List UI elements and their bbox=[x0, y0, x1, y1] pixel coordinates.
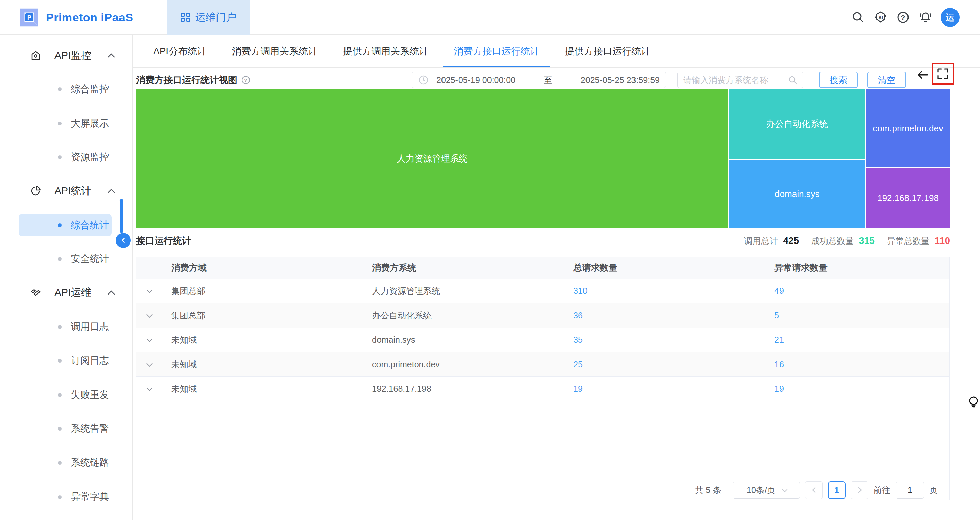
filter-toolbar: 消费方接口运行统计视图 ? 2025-05-19 00:00:00 至 2025… bbox=[133, 68, 980, 92]
user-avatar[interactable]: 运 bbox=[940, 8, 959, 27]
treemap-block-label: 办公自动化系统 bbox=[766, 118, 828, 130]
row-expand-button[interactable] bbox=[137, 279, 163, 303]
ai-assistant-icon[interactable]: AI bbox=[873, 10, 888, 25]
current-page-button[interactable]: 1 bbox=[828, 481, 846, 499]
lightbulb-icon[interactable] bbox=[968, 396, 979, 411]
sidebar-item-exception-dictionary[interactable]: 异常字典 bbox=[19, 486, 111, 508]
cell-consumer-domain: 未知域 bbox=[163, 328, 364, 352]
tab-consumer-api-run-stats[interactable]: 消费方接口运行统计 bbox=[453, 35, 540, 67]
summary-stats: 调用总计 425 成功总数量 315 异常总数量 110 bbox=[744, 235, 950, 247]
svg-text:?: ? bbox=[901, 14, 905, 21]
row-expand-button[interactable] bbox=[137, 303, 163, 328]
stat-success-count: 成功总数量 315 bbox=[811, 235, 875, 247]
sidebar-item-label: 系统告警 bbox=[71, 422, 109, 435]
search-icon[interactable] bbox=[851, 10, 865, 25]
treemap-block-hr-system[interactable]: 人力资源管理系统 bbox=[136, 89, 729, 228]
search-input[interactable] bbox=[683, 75, 788, 85]
sidebar-section-api-statistics[interactable]: API统计 bbox=[0, 179, 133, 202]
sidebar-item-invocation-logs[interactable]: 调用日志 bbox=[19, 315, 111, 338]
cell-error-requests-link[interactable]: 49 bbox=[775, 286, 784, 296]
chevron-left-icon bbox=[812, 487, 818, 493]
cell-error-requests-link[interactable]: 19 bbox=[775, 384, 784, 394]
sidebar-section-api-monitoring[interactable]: API监控 bbox=[0, 44, 133, 67]
tab-provider-call-relation[interactable]: 提供方调用关系统计 bbox=[342, 35, 429, 67]
cell-total-requests-link[interactable]: 35 bbox=[573, 335, 583, 345]
cell-total-requests-link[interactable]: 19 bbox=[573, 384, 583, 394]
chevron-down-icon bbox=[146, 385, 153, 391]
view-title-text: 消费方接口运行统计视图 bbox=[136, 74, 237, 86]
bullet-icon bbox=[58, 87, 62, 91]
bullet-icon bbox=[58, 393, 62, 397]
cell-consumer-domain: 集团总部 bbox=[163, 303, 364, 328]
app-header: P Primeton iPaaS 运维门户 AI ? bbox=[0, 0, 980, 35]
cell-error-requests-link[interactable]: 5 bbox=[775, 311, 779, 320]
table-row: 集团总部 人力资源管理系统 310 49 bbox=[137, 279, 949, 303]
notification-bell-icon[interactable] bbox=[918, 10, 933, 25]
sidebar-item-resource-monitoring[interactable]: 资源监控 bbox=[19, 146, 111, 168]
sidebar-item-failure-resend[interactable]: 失败重发 bbox=[19, 384, 111, 406]
help-icon[interactable]: ? bbox=[896, 10, 910, 25]
chevron-down-icon bbox=[146, 336, 153, 342]
date-end-value: 2025-05-25 23:59:59 bbox=[581, 75, 660, 85]
date-range-picker[interactable]: 2025-05-19 00:00:00 至 2025-05-25 23:59:5… bbox=[412, 72, 666, 88]
tab-consumer-call-relation[interactable]: 消费方调用关系统计 bbox=[231, 35, 318, 67]
cell-error-requests-link[interactable]: 21 bbox=[775, 335, 784, 345]
bullet-icon bbox=[58, 495, 62, 499]
row-expand-button[interactable] bbox=[137, 328, 163, 352]
chevron-up-icon bbox=[108, 53, 115, 58]
treemap-block-ip-192-168-17-198[interactable]: 192.168.17.198 bbox=[866, 168, 950, 228]
cell-total-requests-link[interactable]: 310 bbox=[573, 286, 587, 296]
treemap-block-domain-sys[interactable]: domain.sys bbox=[729, 160, 865, 228]
back-arrow-icon[interactable] bbox=[915, 67, 930, 83]
sidebar-section-api-operations[interactable]: API运维 bbox=[0, 281, 133, 304]
next-page-button[interactable] bbox=[851, 481, 869, 499]
consumer-system-search bbox=[678, 72, 803, 88]
prev-page-button[interactable] bbox=[805, 481, 823, 499]
cell-consumer-system: domain.sys bbox=[364, 328, 565, 352]
sidebar-item-comprehensive-statistics[interactable]: 综合统计 bbox=[19, 214, 111, 236]
treemap-block-office-automation[interactable]: 办公自动化系统 bbox=[729, 89, 865, 159]
row-expand-button[interactable] bbox=[137, 377, 163, 401]
sidebar-item-subscription-logs[interactable]: 订阅日志 bbox=[19, 349, 111, 372]
tab-provider-api-run-stats[interactable]: 提供方接口运行统计 bbox=[564, 35, 651, 67]
clear-button[interactable]: 清空 bbox=[867, 72, 906, 88]
table-row: 集团总部 办公自动化系统 36 5 bbox=[137, 303, 949, 328]
sidebar-section-label: API监控 bbox=[54, 49, 91, 63]
sidebar-item-comprehensive-monitoring[interactable]: 综合监控 bbox=[19, 78, 111, 100]
bullet-icon bbox=[58, 427, 62, 431]
table-header-row: 消费方域 消费方系统 总请求数量 异常请求数量 bbox=[137, 257, 949, 279]
bullet-icon bbox=[58, 461, 62, 465]
portal-tab-ops[interactable]: 运维门户 bbox=[167, 0, 250, 35]
table-row: 未知域 192.168.17.198 19 19 bbox=[137, 377, 949, 401]
stat-label: 调用总计 bbox=[744, 235, 778, 247]
goto-page-input[interactable] bbox=[896, 482, 924, 499]
svg-text:P: P bbox=[27, 14, 31, 21]
fullscreen-icon[interactable] bbox=[937, 68, 949, 80]
stat-total-calls: 调用总计 425 bbox=[744, 235, 799, 247]
sidebar-item-big-screen-display[interactable]: 大屏展示 bbox=[19, 112, 111, 135]
treemap-block-label: 人力资源管理系统 bbox=[397, 153, 468, 165]
cell-consumer-system: 人力资源管理系统 bbox=[364, 279, 565, 303]
help-circle-icon[interactable]: ? bbox=[241, 76, 250, 84]
section-title: 接口运行统计 bbox=[136, 235, 191, 247]
sidebar-collapse-button[interactable] bbox=[116, 233, 131, 248]
cell-error-requests-link[interactable]: 16 bbox=[775, 360, 784, 369]
cell-total-requests-link[interactable]: 36 bbox=[573, 311, 583, 320]
page-size-value: 10条/页 bbox=[746, 485, 775, 496]
sidebar-item-system-links[interactable]: 系统链路 bbox=[19, 451, 111, 474]
chevron-up-icon bbox=[108, 189, 115, 193]
treemap-block-label: domain.sys bbox=[775, 189, 820, 199]
page-size-select[interactable]: 10条/页 bbox=[733, 482, 800, 499]
row-expand-button[interactable] bbox=[137, 352, 163, 376]
sidebar-item-security-statistics[interactable]: 安全统计 bbox=[19, 247, 111, 270]
table-header-total-requests: 总请求数量 bbox=[565, 257, 766, 279]
sidebar-item-system-alerts[interactable]: 系统告警 bbox=[19, 417, 111, 440]
search-button[interactable]: 搜索 bbox=[819, 72, 858, 88]
cell-total-requests-link[interactable]: 25 bbox=[573, 360, 583, 369]
tab-api-distribution[interactable]: API分布统计 bbox=[153, 35, 207, 67]
sidebar-scrollbar-thumb[interactable] bbox=[120, 199, 123, 233]
chevron-up-icon bbox=[108, 290, 115, 295]
treemap-group: 办公自动化系统 domain.sys bbox=[729, 89, 865, 228]
treemap-block-com-primeton-dev[interactable]: com.primeton.dev bbox=[866, 89, 950, 167]
statistics-tabbar: API分布统计 消费方调用关系统计 提供方调用关系统计 消费方接口运行统计 提供… bbox=[133, 35, 980, 68]
